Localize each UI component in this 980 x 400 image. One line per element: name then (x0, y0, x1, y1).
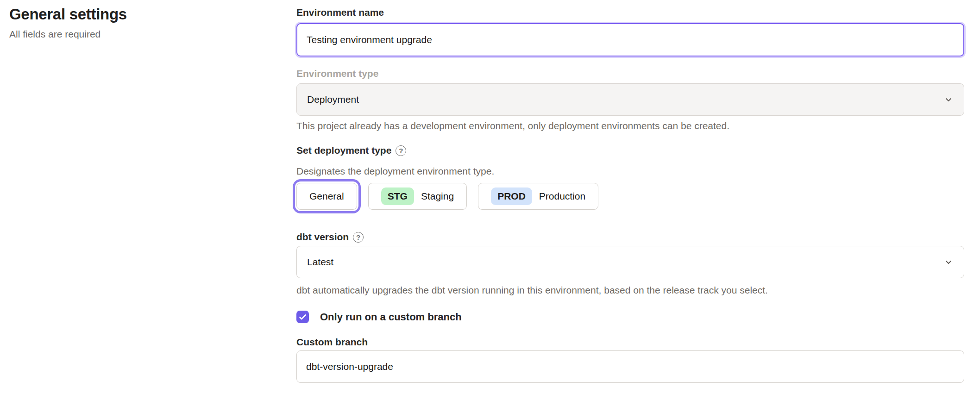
page-title: General settings (9, 6, 269, 23)
deployment-type-label: Set deployment type (296, 144, 391, 156)
checkmark-icon (299, 314, 306, 320)
production-badge: PROD (491, 188, 532, 205)
staging-badge: STG (381, 188, 414, 205)
settings-header: General settings All fields are required (9, 6, 269, 40)
chevron-down-icon (943, 94, 954, 105)
environment-type-helper: This project already has a development e… (296, 120, 964, 132)
custom-branch-toggle-label[interactable]: Only run on a custom branch (320, 311, 462, 323)
custom-branch-label: Custom branch (296, 336, 964, 348)
deployment-type-production-label: Production (539, 191, 585, 202)
custom-branch-toggle-row: Only run on a custom branch (296, 311, 964, 323)
help-icon[interactable] (353, 232, 364, 243)
dbt-version-helper: dbt automatically upgrades the dbt versi… (296, 284, 964, 296)
environment-type-select[interactable]: Deployment (296, 83, 964, 116)
deployment-type-helper: Designates the deployment environment ty… (296, 165, 964, 177)
page-subtitle: All fields are required (9, 29, 269, 40)
dbt-version-select[interactable]: Latest (296, 246, 964, 278)
dbt-version-label: dbt version (296, 231, 349, 243)
deployment-type-options: General STG Staging PROD Production (296, 183, 964, 210)
help-icon[interactable] (396, 145, 406, 156)
deployment-type-staging-label: Staging (421, 191, 454, 202)
environment-type-label: Environment type (296, 68, 964, 80)
chevron-down-icon (943, 257, 954, 267)
environment-name-input[interactable] (296, 23, 964, 56)
custom-branch-checkbox[interactable] (296, 311, 309, 323)
environment-settings-form: Environment name Environment type Deploy… (296, 6, 964, 383)
environment-type-value: Deployment (307, 94, 359, 105)
deployment-type-production-button[interactable]: PROD Production (478, 183, 598, 210)
deployment-type-general-label: General (309, 191, 344, 202)
dbt-version-value: Latest (307, 256, 333, 268)
deployment-type-staging-button[interactable]: STG Staging (368, 183, 467, 210)
environment-name-label: Environment name (296, 6, 964, 19)
custom-branch-input[interactable] (296, 350, 964, 383)
deployment-type-general-button[interactable]: General (296, 183, 357, 210)
